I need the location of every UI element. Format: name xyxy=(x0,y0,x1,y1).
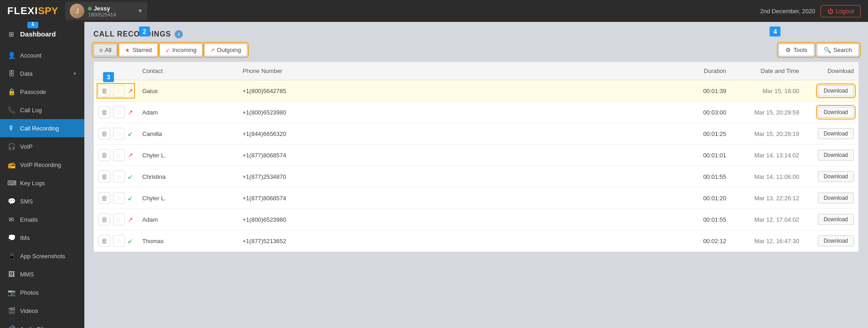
keyboard-icon: ⌨ xyxy=(7,179,16,187)
download-button[interactable]: Download xyxy=(818,128,854,139)
list-icon: ≡ xyxy=(99,47,103,53)
filter-outgoing-button[interactable]: ↗ Outgoing xyxy=(204,44,247,56)
filter-all-button[interactable]: ≡ All xyxy=(93,44,117,56)
sidebar-item-voip[interactable]: 🎧 VoIP xyxy=(0,137,84,156)
delete-icon[interactable]: 🗑 xyxy=(98,213,110,225)
filter-incoming-button[interactable]: ↙ Incoming xyxy=(160,44,202,56)
table-row: 🗑 ☆ ↙ Camilla +1(844)6656320 00:01:25 Ma… xyxy=(94,123,858,145)
table-row: 🗑 ☆ ↙ Christina +1(877)2534870 00:01:55 … xyxy=(94,166,858,187)
td-contact: Chyler L. xyxy=(138,145,238,166)
table-container: Contact Phone Number Duration Date and T… xyxy=(93,62,859,252)
td-phone: +1(844)6656320 xyxy=(238,123,676,145)
download-button[interactable]: Download xyxy=(818,193,854,203)
sidebar-item-label: MMS xyxy=(20,271,77,278)
logo-flexi: FLEXI xyxy=(7,5,38,17)
star-button[interactable]: ☆ xyxy=(113,213,125,225)
row-actions: 🗑 ☆ ↙ xyxy=(98,192,133,204)
download-button[interactable]: Download xyxy=(818,85,854,96)
download-button[interactable]: Download xyxy=(818,214,854,225)
delete-icon[interactable]: 🗑 xyxy=(98,149,110,161)
th-download: Download xyxy=(804,62,858,80)
sidebar-item-audiofiles[interactable]: 🔊 Audio Files xyxy=(0,320,84,328)
incoming-icon: ↙ xyxy=(128,173,133,180)
td-download: Download xyxy=(804,123,858,145)
delete-icon[interactable]: 🗑 xyxy=(98,85,110,97)
sidebar-item-mms[interactable]: 🖼 MMS xyxy=(0,265,84,283)
mic-icon: 🎙 xyxy=(7,125,16,132)
sidebar-item-sms[interactable]: 💬 SMS xyxy=(0,192,84,210)
td-download: Download xyxy=(804,145,858,166)
sidebar-item-label: Videos xyxy=(20,307,77,314)
download-button[interactable]: Download xyxy=(818,107,854,118)
sidebar-item-videos[interactable]: 🎬 Videos xyxy=(0,302,84,320)
filter-outgoing-label: Outgoing xyxy=(217,47,241,53)
main-content: CALL RECORDINGS i 2 ≡ All ★ Starred ↙ In… xyxy=(84,22,868,328)
star-button[interactable]: ☆ xyxy=(113,85,125,97)
table-row: 🗑 ☆ ↙ Thomas +1(877)5213652 00:02:12 Mar… xyxy=(94,230,858,252)
delete-icon[interactable]: 🗑 xyxy=(98,128,110,140)
sidebar-item-calllog[interactable]: 📞 Call Log xyxy=(0,101,84,119)
download-button[interactable]: Download xyxy=(818,150,854,161)
audio-icon: 🔊 xyxy=(7,325,16,328)
sidebar-item-label: Account xyxy=(20,52,77,59)
info-icon: i xyxy=(175,30,183,38)
td-actions: 🗑 ☆ ↙ xyxy=(94,187,138,209)
sidebar-item-ims[interactable]: 💭 IMs xyxy=(0,229,84,247)
table-row: 🗑 ☆ ↗ Adam +1(800)6523980 00:01:55 Mar 1… xyxy=(94,209,858,230)
td-duration: 00:01:39 xyxy=(676,80,731,102)
star-button[interactable]: ☆ xyxy=(113,192,125,204)
sidebar-item-emails[interactable]: ✉ Emails xyxy=(0,210,84,229)
table-row: 🗑 ☆ ↙ Chyler L. +1(877)8068574 00:01:20 … xyxy=(94,187,858,209)
td-contact: Christina xyxy=(138,166,238,187)
filter-incoming-label: Incoming xyxy=(172,47,196,53)
delete-icon[interactable]: 🗑 xyxy=(98,106,110,118)
star-button[interactable]: ☆ xyxy=(113,149,125,161)
table-row: 3 🗑 ☆ ↗ Gaius +1(800)5642785 00:01:39 Ma… xyxy=(94,80,858,102)
sidebar-item-label: App Screenshots xyxy=(20,253,77,260)
download-button[interactable]: Download xyxy=(818,235,854,246)
logout-button[interactable]: ⏻ Logout xyxy=(821,5,861,17)
user-selector[interactable]: J Jessy 1800525414 ▼ xyxy=(65,2,147,20)
logo: FLEXISPY xyxy=(7,5,58,17)
photo-icon: 📷 xyxy=(7,289,16,296)
sidebar-item-label: Photos xyxy=(20,289,77,296)
td-phone: +1(877)2534870 xyxy=(238,166,676,187)
sidebar-item-label: Dashboard xyxy=(20,30,77,38)
td-actions: 🗑 ☆ ↙ xyxy=(94,123,138,145)
filter-starred-button[interactable]: ★ Starred xyxy=(119,44,158,56)
sidebar-item-label: SMS xyxy=(20,198,77,205)
sidebar-item-callrecording[interactable]: 🎙 Call Recording xyxy=(0,119,84,137)
search-button[interactable]: 🔍 Search xyxy=(817,44,859,56)
download-button[interactable]: Download xyxy=(818,171,854,182)
sidebar-item-voiprecording[interactable]: 📻 VoIP Recording xyxy=(0,156,84,174)
star-button[interactable]: ☆ xyxy=(113,128,125,140)
sidebar-item-appscreenshots[interactable]: 📱 App Screenshots xyxy=(0,247,84,265)
phone-icon: 📞 xyxy=(7,106,16,114)
delete-icon[interactable]: 🗑 xyxy=(98,171,110,182)
delete-icon[interactable]: 🗑 xyxy=(98,235,110,247)
logout-icon: ⏻ xyxy=(827,8,833,15)
sidebar: ⊞ Dashboard 1 👤 Account 🗄 Data ▼ 🔒 Passc… xyxy=(0,22,84,328)
star-button[interactable]: ☆ xyxy=(113,106,125,118)
tools-button[interactable]: ⚙ Tools xyxy=(779,44,814,56)
sidebar-item-account[interactable]: 👤 Account xyxy=(0,46,84,64)
td-datetime: Mar 15, 18:00 xyxy=(731,80,804,102)
sidebar-item-photos[interactable]: 📷 Photos xyxy=(0,283,84,302)
star-button[interactable]: ☆ xyxy=(113,171,125,182)
gear-icon: ⚙ xyxy=(785,47,791,53)
section-title-text: CALL RECORDINGS xyxy=(93,30,171,38)
row-actions: 3 🗑 ☆ ↗ xyxy=(98,85,133,97)
td-actions: 🗑 ☆ ↙ xyxy=(94,230,138,252)
sidebar-item-passcode[interactable]: 🔒 Passcode xyxy=(0,83,84,101)
th-duration: Duration xyxy=(676,62,731,80)
sidebar-item-keylogs[interactable]: ⌨ Key Logs xyxy=(0,174,84,192)
mms-icon: 🖼 xyxy=(7,271,16,278)
incoming-icon: ↙ xyxy=(128,237,133,245)
sidebar-item-dashboard[interactable]: ⊞ Dashboard 1 xyxy=(0,22,84,46)
td-contact: Adam xyxy=(138,102,238,123)
video-icon: 🎬 xyxy=(7,307,16,314)
delete-icon[interactable]: 🗑 xyxy=(98,192,110,204)
sidebar-item-data[interactable]: 🗄 Data ▼ xyxy=(0,64,84,83)
td-contact: Thomas xyxy=(138,230,238,252)
star-button[interactable]: ☆ xyxy=(113,235,125,247)
